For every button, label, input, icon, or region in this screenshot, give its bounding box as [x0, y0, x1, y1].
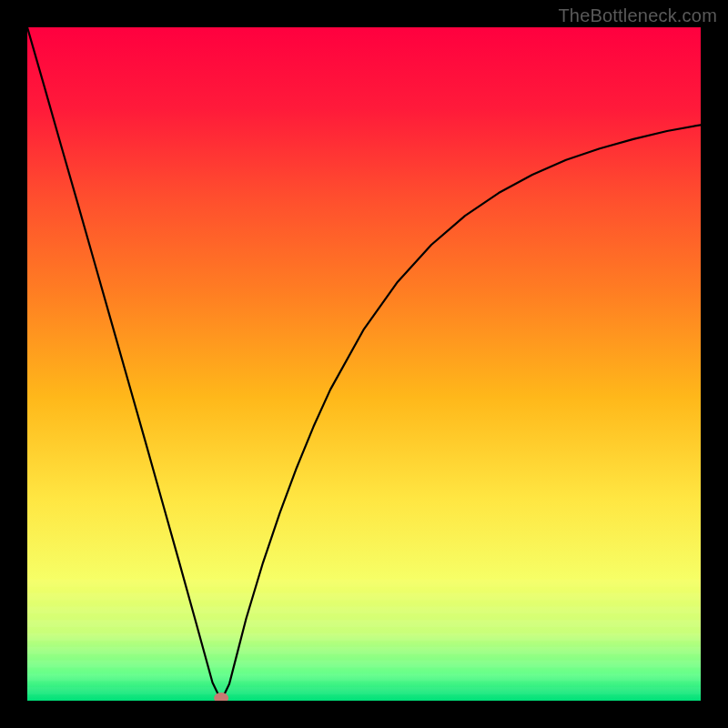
- bottleneck-curve: [27, 27, 701, 701]
- minimum-marker: [214, 693, 228, 701]
- watermark-text: TheBottleneck.com: [558, 5, 717, 26]
- plot-area: [27, 27, 701, 701]
